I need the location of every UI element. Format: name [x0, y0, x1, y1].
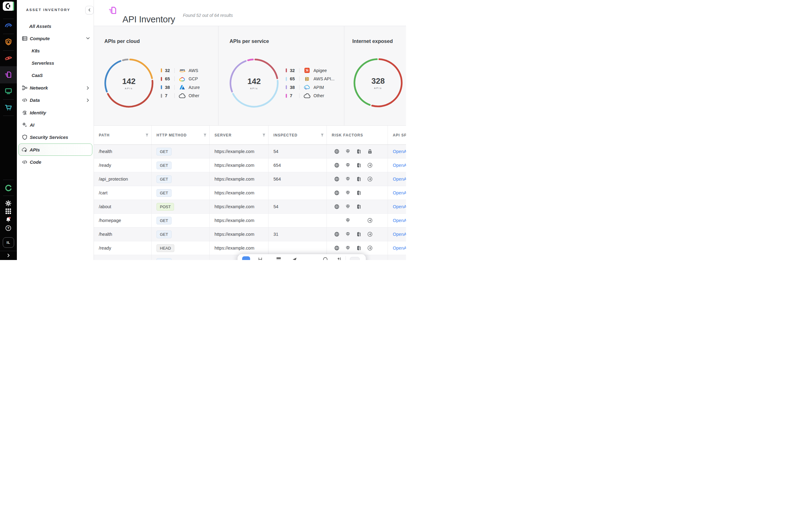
- column-header-path: PATH: [94, 126, 152, 145]
- chart-legend: 32awsAWS65GCP38Azure7Other: [161, 66, 200, 100]
- column-header-label: RISK FACTORS: [332, 133, 363, 137]
- cell-method: GET: [152, 255, 210, 260]
- api-spec-link[interactable]: OpenAPI: [393, 177, 406, 182]
- compute-icon: [22, 35, 28, 42]
- rail-orca-status[interactable]: [4, 184, 13, 192]
- main-content: API Inventory Found 52 out of 64 results…: [94, 0, 406, 260]
- toolbar-secondary-button[interactable]: [350, 257, 360, 260]
- send-icon[interactable]: [292, 257, 297, 260]
- filter-icon[interactable]: [262, 133, 266, 137]
- identity-icon: [22, 110, 28, 115]
- table-row[interactable]: /readyGEThttps://example.com654OpenAPI: [94, 158, 406, 172]
- rail-divider: [3, 115, 14, 116]
- rail-module-api-inventory[interactable]: [4, 71, 13, 79]
- rail-module-commerce[interactable]: [4, 103, 13, 112]
- legend-label: Other: [314, 93, 324, 98]
- cell-method: GET: [152, 172, 210, 186]
- help-button[interactable]: ?: [5, 225, 11, 231]
- api-spec-link[interactable]: OpenAPI: [393, 149, 406, 154]
- table-row[interactable]: /cartGEThttps://example.comOpenAPI: [94, 186, 406, 200]
- sidebar-item-code[interactable]: Code: [17, 156, 94, 168]
- chevron-right-icon: [7, 253, 10, 258]
- table-row[interactable]: /aboutPOSThttps://example.com54OpenAPI: [94, 200, 406, 214]
- toolbar-divider: [346, 256, 346, 260]
- api-spec-link[interactable]: OpenAPI: [393, 232, 406, 237]
- rail-module-posture[interactable]: [4, 38, 13, 46]
- refresh-icon[interactable]: [323, 257, 328, 260]
- notifications-button[interactable]: [5, 216, 11, 223]
- legend-label: AWS: [189, 68, 198, 73]
- risk-gem-icon: [345, 163, 350, 168]
- cell-method: GET: [152, 228, 210, 241]
- sidebar-item-label: K8s: [32, 48, 40, 53]
- table-row[interactable]: /homepageGEThttps://example.comOpenAPI: [94, 214, 406, 228]
- sidebar-item-label: Network: [30, 85, 48, 90]
- user-initials-button[interactable]: IL: [3, 237, 14, 248]
- sort-icon[interactable]: [337, 257, 342, 260]
- filter-icon[interactable]: [203, 133, 206, 137]
- api-spec-link[interactable]: OpenAPI: [393, 163, 406, 168]
- table-view-icon[interactable]: [276, 257, 281, 260]
- sidebar-item-network[interactable]: Network: [17, 82, 94, 94]
- table-row[interactable]: /healthGEThttps://example.com54OpenAPI: [94, 145, 406, 158]
- open-circle-icon: [4, 184, 13, 192]
- sidebar-item-k8s[interactable]: K8s: [17, 45, 94, 57]
- rail-module-endpoints[interactable]: [4, 87, 13, 95]
- rail-module-dashboard[interactable]: [4, 21, 13, 29]
- sidebar-item-security-services[interactable]: Security Services: [17, 131, 94, 144]
- donut-center: 142APIs: [104, 58, 153, 108]
- api-spec-link[interactable]: OpenAPI: [393, 204, 406, 209]
- table-row[interactable]: /api_protectionGEThttps://example.com564…: [94, 172, 406, 186]
- filter-icon[interactable]: [145, 133, 149, 137]
- table-row[interactable]: /healthGEThttps://example.com31OpenAPI: [94, 228, 406, 241]
- columns-icon[interactable]: [258, 257, 263, 260]
- legend-label: Other: [189, 93, 199, 98]
- svg-text:?: ?: [7, 226, 9, 230]
- eye-icon: [4, 54, 13, 62]
- column-header-label: HTTP METHOD: [156, 133, 187, 137]
- chevron-down-icon[interactable]: [87, 36, 89, 40]
- sidebar-collapse-button[interactable]: [85, 6, 94, 15]
- risk-gem-icon: [345, 245, 350, 251]
- legend-label: APIM: [314, 85, 324, 90]
- column-header-server: SERVER: [210, 126, 269, 145]
- sidebar-item-identity[interactable]: Identity: [17, 106, 94, 119]
- api-spec-link[interactable]: OpenAPI: [393, 245, 406, 251]
- sidebar-item-data[interactable]: Data: [17, 94, 94, 106]
- sidebar-item-compute[interactable]: Compute: [17, 32, 94, 45]
- table-row[interactable]: /readyHEADhttps://example.comOpenAPI: [94, 241, 406, 255]
- rail-expand-footer[interactable]: [0, 251, 17, 260]
- donut-total-label: APIs: [125, 87, 133, 90]
- api-spec-link[interactable]: OpenAPI: [393, 190, 406, 195]
- sidebar-item-serverless[interactable]: Serverless: [17, 57, 94, 69]
- chevron-right-icon[interactable]: [87, 98, 89, 102]
- settings-button[interactable]: [5, 200, 11, 206]
- apps-grid-button[interactable]: [5, 208, 11, 214]
- risk-send-icon: [367, 177, 373, 182]
- sidebar-item-label: Code: [30, 159, 42, 165]
- toolbar-primary-button[interactable]: [242, 256, 250, 260]
- cloud-logo-icon: [178, 93, 186, 98]
- filter-icon[interactable]: [321, 133, 324, 137]
- api-spec-link[interactable]: OpenAPI: [393, 218, 406, 223]
- legend-color-marker: [286, 68, 287, 72]
- sidebar-item-caas[interactable]: CaaS: [17, 69, 94, 82]
- risk-lock-icon: [367, 149, 373, 154]
- cell-path: /ready: [94, 158, 152, 172]
- legend-value: 32: [290, 68, 299, 73]
- sidebar-item-apis[interactable]: APIs: [18, 144, 92, 156]
- api-spec-link[interactable]: OpenAPI: [393, 259, 406, 260]
- sidebar-item-ai[interactable]: AI: [17, 119, 94, 131]
- chevron-right-icon[interactable]: [87, 86, 89, 90]
- legend-divider: [299, 85, 299, 90]
- aws-logo-icon: aws: [178, 68, 186, 73]
- legend-row: 38APIM: [286, 83, 335, 92]
- legend-divider: [299, 76, 299, 81]
- app-logo[interactable]: [3, 2, 14, 11]
- rail-module-detection[interactable]: [4, 54, 13, 62]
- chart-divider: [218, 26, 219, 125]
- legend-color-marker: [286, 77, 287, 81]
- sidebar-item-all-assets[interactable]: All Assets: [17, 20, 94, 32]
- cell-server: https://example.com: [210, 214, 269, 227]
- document-speed-icon: [4, 71, 13, 79]
